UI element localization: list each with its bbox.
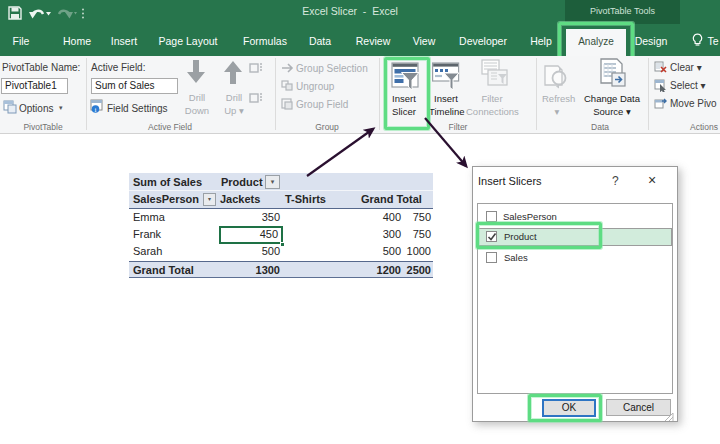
svg-text:i: i [95,106,97,114]
